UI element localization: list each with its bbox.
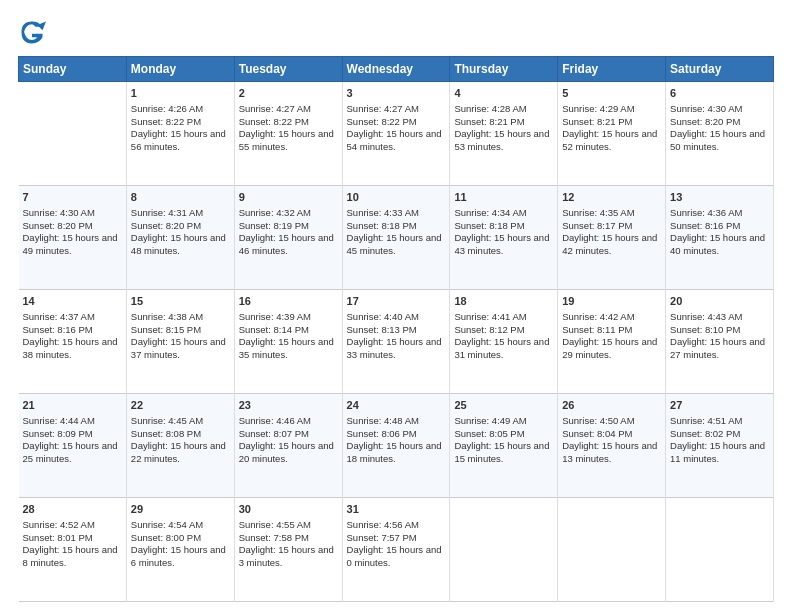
daylight: Daylight: 15 hours and 11 minutes. <box>670 440 765 464</box>
daylight: Daylight: 15 hours and 55 minutes. <box>239 128 334 152</box>
day-number: 7 <box>23 190 122 205</box>
day-number: 28 <box>23 502 122 517</box>
sunrise: Sunrise: 4:50 AM <box>562 415 634 426</box>
day-cell <box>558 498 666 602</box>
day-cell: 9Sunrise: 4:32 AMSunset: 8:19 PMDaylight… <box>234 186 342 290</box>
daylight: Daylight: 15 hours and 29 minutes. <box>562 336 657 360</box>
day-number: 10 <box>347 190 446 205</box>
day-cell: 1Sunrise: 4:26 AMSunset: 8:22 PMDaylight… <box>126 82 234 186</box>
sunrise: Sunrise: 4:46 AM <box>239 415 311 426</box>
sunset: Sunset: 8:22 PM <box>131 116 201 127</box>
sunrise: Sunrise: 4:28 AM <box>454 103 526 114</box>
day-cell <box>450 498 558 602</box>
sunrise: Sunrise: 4:32 AM <box>239 207 311 218</box>
sunset: Sunset: 8:20 PM <box>670 116 740 127</box>
week-row-4: 21Sunrise: 4:44 AMSunset: 8:09 PMDayligh… <box>19 394 774 498</box>
sunset: Sunset: 8:16 PM <box>670 220 740 231</box>
sunrise: Sunrise: 4:39 AM <box>239 311 311 322</box>
sunrise: Sunrise: 4:51 AM <box>670 415 742 426</box>
day-number: 5 <box>562 86 661 101</box>
daylight: Daylight: 15 hours and 33 minutes. <box>347 336 442 360</box>
day-number: 12 <box>562 190 661 205</box>
sunset: Sunset: 7:58 PM <box>239 532 309 543</box>
sunrise: Sunrise: 4:30 AM <box>670 103 742 114</box>
logo <box>18 18 50 46</box>
header-row: SundayMondayTuesdayWednesdayThursdayFrid… <box>19 57 774 82</box>
day-cell: 25Sunrise: 4:49 AMSunset: 8:05 PMDayligh… <box>450 394 558 498</box>
day-number: 19 <box>562 294 661 309</box>
day-number: 18 <box>454 294 553 309</box>
sunset: Sunset: 8:09 PM <box>23 428 93 439</box>
daylight: Daylight: 15 hours and 42 minutes. <box>562 232 657 256</box>
day-cell: 14Sunrise: 4:37 AMSunset: 8:16 PMDayligh… <box>19 290 127 394</box>
sunset: Sunset: 8:14 PM <box>239 324 309 335</box>
daylight: Daylight: 15 hours and 8 minutes. <box>23 544 118 568</box>
daylight: Daylight: 15 hours and 6 minutes. <box>131 544 226 568</box>
day-cell: 31Sunrise: 4:56 AMSunset: 7:57 PMDayligh… <box>342 498 450 602</box>
day-cell: 26Sunrise: 4:50 AMSunset: 8:04 PMDayligh… <box>558 394 666 498</box>
daylight: Daylight: 15 hours and 22 minutes. <box>131 440 226 464</box>
sunset: Sunset: 8:02 PM <box>670 428 740 439</box>
sunrise: Sunrise: 4:33 AM <box>347 207 419 218</box>
sunrise: Sunrise: 4:42 AM <box>562 311 634 322</box>
day-number: 8 <box>131 190 230 205</box>
day-number: 21 <box>23 398 122 413</box>
sunset: Sunset: 8:10 PM <box>670 324 740 335</box>
sunset: Sunset: 8:04 PM <box>562 428 632 439</box>
day-header-tuesday: Tuesday <box>234 57 342 82</box>
day-number: 3 <box>347 86 446 101</box>
daylight: Daylight: 15 hours and 54 minutes. <box>347 128 442 152</box>
daylight: Daylight: 15 hours and 27 minutes. <box>670 336 765 360</box>
sunset: Sunset: 8:21 PM <box>562 116 632 127</box>
day-cell: 6Sunrise: 4:30 AMSunset: 8:20 PMDaylight… <box>666 82 774 186</box>
daylight: Daylight: 15 hours and 35 minutes. <box>239 336 334 360</box>
header <box>18 18 774 46</box>
day-cell: 7Sunrise: 4:30 AMSunset: 8:20 PMDaylight… <box>19 186 127 290</box>
sunset: Sunset: 8:16 PM <box>23 324 93 335</box>
daylight: Daylight: 15 hours and 0 minutes. <box>347 544 442 568</box>
day-cell: 28Sunrise: 4:52 AMSunset: 8:01 PMDayligh… <box>19 498 127 602</box>
daylight: Daylight: 15 hours and 31 minutes. <box>454 336 549 360</box>
daylight: Daylight: 15 hours and 20 minutes. <box>239 440 334 464</box>
sunrise: Sunrise: 4:36 AM <box>670 207 742 218</box>
day-number: 30 <box>239 502 338 517</box>
day-number: 20 <box>670 294 769 309</box>
day-number: 25 <box>454 398 553 413</box>
logo-icon <box>18 18 46 46</box>
day-cell: 17Sunrise: 4:40 AMSunset: 8:13 PMDayligh… <box>342 290 450 394</box>
day-number: 13 <box>670 190 769 205</box>
daylight: Daylight: 15 hours and 46 minutes. <box>239 232 334 256</box>
day-number: 9 <box>239 190 338 205</box>
day-number: 15 <box>131 294 230 309</box>
day-number: 17 <box>347 294 446 309</box>
daylight: Daylight: 15 hours and 38 minutes. <box>23 336 118 360</box>
day-cell: 12Sunrise: 4:35 AMSunset: 8:17 PMDayligh… <box>558 186 666 290</box>
sunset: Sunset: 8:22 PM <box>239 116 309 127</box>
sunset: Sunset: 8:07 PM <box>239 428 309 439</box>
day-number: 22 <box>131 398 230 413</box>
week-row-3: 14Sunrise: 4:37 AMSunset: 8:16 PMDayligh… <box>19 290 774 394</box>
day-cell: 13Sunrise: 4:36 AMSunset: 8:16 PMDayligh… <box>666 186 774 290</box>
sunset: Sunset: 8:08 PM <box>131 428 201 439</box>
day-cell: 19Sunrise: 4:42 AMSunset: 8:11 PMDayligh… <box>558 290 666 394</box>
sunset: Sunset: 8:22 PM <box>347 116 417 127</box>
day-number: 23 <box>239 398 338 413</box>
daylight: Daylight: 15 hours and 3 minutes. <box>239 544 334 568</box>
daylight: Daylight: 15 hours and 13 minutes. <box>562 440 657 464</box>
sunrise: Sunrise: 4:31 AM <box>131 207 203 218</box>
sunrise: Sunrise: 4:43 AM <box>670 311 742 322</box>
day-number: 4 <box>454 86 553 101</box>
sunset: Sunset: 7:57 PM <box>347 532 417 543</box>
sunrise: Sunrise: 4:52 AM <box>23 519 95 530</box>
day-number: 2 <box>239 86 338 101</box>
daylight: Daylight: 15 hours and 56 minutes. <box>131 128 226 152</box>
sunrise: Sunrise: 4:38 AM <box>131 311 203 322</box>
day-cell: 22Sunrise: 4:45 AMSunset: 8:08 PMDayligh… <box>126 394 234 498</box>
sunrise: Sunrise: 4:55 AM <box>239 519 311 530</box>
day-cell: 2Sunrise: 4:27 AMSunset: 8:22 PMDaylight… <box>234 82 342 186</box>
calendar-table: SundayMondayTuesdayWednesdayThursdayFrid… <box>18 56 774 602</box>
sunrise: Sunrise: 4:56 AM <box>347 519 419 530</box>
week-row-5: 28Sunrise: 4:52 AMSunset: 8:01 PMDayligh… <box>19 498 774 602</box>
sunset: Sunset: 8:15 PM <box>131 324 201 335</box>
sunset: Sunset: 8:00 PM <box>131 532 201 543</box>
